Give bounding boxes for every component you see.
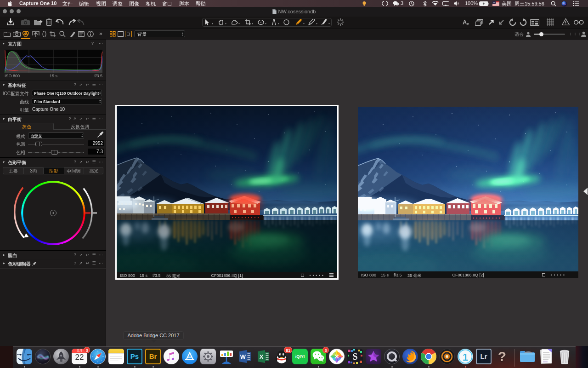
svg-text:1: 1 <box>463 351 468 363</box>
svg-text:S: S <box>352 351 357 362</box>
svg-text:X: X <box>260 353 264 360</box>
svg-text:W: W <box>240 353 246 360</box>
